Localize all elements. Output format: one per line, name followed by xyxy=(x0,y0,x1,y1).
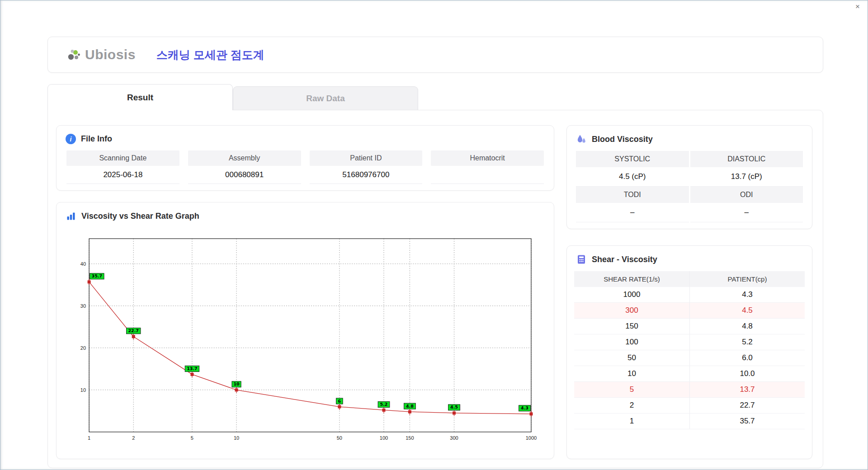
svg-text:300: 300 xyxy=(450,435,458,441)
shear-rate-cell: 5 xyxy=(574,382,689,398)
field-value: 51680976700 xyxy=(310,166,423,184)
shear-rate-cell: 1000 xyxy=(574,287,689,303)
patient-cell: 13.7 xyxy=(689,382,805,398)
patient-cell: 6.0 xyxy=(689,350,805,366)
blood-viscosity-panel: Blood Viscosity SYSTOLIC DIASTOLIC 4.5 (… xyxy=(566,125,812,229)
bv-label-systolic: SYSTOLIC xyxy=(576,151,689,167)
left-column: i File Info Scanning Date 2025-06-18 Ass… xyxy=(56,125,554,459)
column-patient: PATIENT(cp) xyxy=(689,271,805,287)
table-row: 50 6.0 xyxy=(574,350,805,366)
shear-rate-cell: 100 xyxy=(574,334,689,350)
patient-cell: 10.0 xyxy=(689,366,805,382)
logo-text: Ubiosis xyxy=(85,47,136,62)
table-row: 5 13.7 xyxy=(574,382,805,398)
bv-value-diastolic: 13.7 (cP) xyxy=(690,167,803,187)
svg-text:100: 100 xyxy=(380,435,388,441)
graph-title: Viscosity vs Shear Rate Graph xyxy=(81,212,199,221)
shear-rate-cell: 10 xyxy=(574,366,689,382)
svg-text:22.7: 22.7 xyxy=(128,328,139,333)
svg-text:5.2: 5.2 xyxy=(380,402,388,407)
page-title: 스캐닝 모세관 점도계 xyxy=(156,47,264,62)
tab-raw-data[interactable]: Raw Data xyxy=(233,86,418,110)
svg-text:20: 20 xyxy=(80,345,86,351)
patient-cell: 22.7 xyxy=(689,398,805,414)
field-label: Assembly xyxy=(188,150,301,166)
shear-table-header: SHEAR RATE(1/s) PATIENT(cp) xyxy=(574,271,805,287)
field-value: 2025-06-18 xyxy=(66,166,179,184)
svg-text:6: 6 xyxy=(338,399,341,404)
table-row: 150 4.8 xyxy=(574,319,805,334)
file-info-title-row: i File Info xyxy=(64,132,547,150)
patient-cell: 4.5 xyxy=(689,303,805,319)
svg-text:1: 1 xyxy=(88,435,90,441)
app-window: × Ubiosis 스캐닝 모세관 점도계 Result Raw Data xyxy=(0,0,868,470)
shear-rate-cell: 150 xyxy=(574,319,689,334)
info-icon: i xyxy=(66,134,76,144)
field-assembly: Assembly 000680891 xyxy=(188,150,301,184)
table-row: 2 22.7 xyxy=(574,398,805,414)
svg-text:10: 10 xyxy=(233,381,240,386)
header: Ubiosis 스캐닝 모세관 점도계 xyxy=(47,37,823,73)
right-column: Blood Viscosity SYSTOLIC DIASTOLIC 4.5 (… xyxy=(566,125,812,459)
svg-text:50: 50 xyxy=(337,435,342,441)
field-label: Scanning Date xyxy=(66,150,179,166)
field-patient-id: Patient ID 51680976700 xyxy=(310,150,423,184)
graph-panel: Viscosity vs Shear Rate Graph 1251050100… xyxy=(56,202,554,459)
droplets-icon xyxy=(576,134,587,145)
svg-text:4.3: 4.3 xyxy=(521,405,528,410)
svg-text:1000: 1000 xyxy=(526,435,537,441)
field-label: Patient ID xyxy=(310,150,423,166)
shear-viscosity-title-row: Shear - Viscosity xyxy=(574,252,805,271)
calculator-icon xyxy=(576,254,587,265)
blood-viscosity-table: SYSTOLIC DIASTOLIC 4.5 (cP) 13.7 (cP) TO… xyxy=(574,151,805,222)
table-row: 1 35.7 xyxy=(574,414,805,429)
graph-title-row: Viscosity vs Shear Rate Graph xyxy=(64,209,547,228)
file-info-panel: i File Info Scanning Date 2025-06-18 Ass… xyxy=(56,125,554,191)
svg-text:10: 10 xyxy=(80,387,86,393)
shear-viscosity-panel: Shear - Viscosity SHEAR RATE(1/s) PATIEN… xyxy=(566,245,812,459)
blood-viscosity-title: Blood Viscosity xyxy=(592,135,653,144)
file-info-fields: Scanning Date 2025-06-18 Assembly 000680… xyxy=(64,150,547,184)
column-shear-rate: SHEAR RATE(1/s) xyxy=(574,271,689,287)
svg-text:150: 150 xyxy=(406,435,414,441)
patient-cell: 5.2 xyxy=(689,334,805,350)
shear-viscosity-title: Shear - Viscosity xyxy=(592,255,657,264)
bv-value-systolic: 4.5 (cP) xyxy=(576,167,689,187)
table-row: 100 5.2 xyxy=(574,334,805,350)
table-row: 300 4.5 xyxy=(574,303,805,319)
logo: Ubiosis xyxy=(66,47,136,63)
result-content: i File Info Scanning Date 2025-06-18 Ass… xyxy=(47,110,823,468)
bv-label-todi: TODI xyxy=(576,187,689,203)
svg-text:4.5: 4.5 xyxy=(450,404,458,409)
viscosity-chart: 125105010015030010001020304035.722.713.7… xyxy=(64,228,547,447)
bv-label-diastolic: DIASTOLIC xyxy=(690,151,803,167)
shear-rate-cell: 1 xyxy=(574,414,689,429)
shear-rate-cell: 50 xyxy=(574,350,689,366)
logo-icon xyxy=(66,47,82,63)
field-value xyxy=(431,166,544,184)
svg-text:35.7: 35.7 xyxy=(92,273,102,278)
svg-text:10: 10 xyxy=(234,435,239,441)
page: Ubiosis 스캐닝 모세관 점도계 Result Raw Data i Fi… xyxy=(47,37,823,467)
bar-chart-icon xyxy=(66,211,76,221)
table-row: 1000 4.3 xyxy=(574,287,805,303)
patient-cell: 4.3 xyxy=(689,287,805,303)
patient-cell: 35.7 xyxy=(689,414,805,429)
svg-text:2: 2 xyxy=(132,435,135,441)
patient-cell: 4.8 xyxy=(689,319,805,334)
table-row: 10 10.0 xyxy=(574,366,805,382)
blood-viscosity-title-row: Blood Viscosity xyxy=(574,132,805,151)
close-icon[interactable]: × xyxy=(853,2,862,11)
svg-text:40: 40 xyxy=(80,261,86,267)
bv-value-todi: – xyxy=(576,203,689,222)
bv-value-odi: – xyxy=(690,203,803,222)
field-label: Hematocrit xyxy=(431,150,544,166)
tab-result[interactable]: Result xyxy=(47,84,233,110)
svg-text:4.8: 4.8 xyxy=(406,404,414,409)
titlebar: × xyxy=(0,0,868,13)
tab-bar: Result Raw Data xyxy=(47,84,823,110)
file-info-title: File Info xyxy=(81,134,112,144)
shear-rate-cell: 300 xyxy=(574,303,689,319)
svg-text:13.7: 13.7 xyxy=(187,366,197,371)
field-value: 000680891 xyxy=(188,166,301,184)
